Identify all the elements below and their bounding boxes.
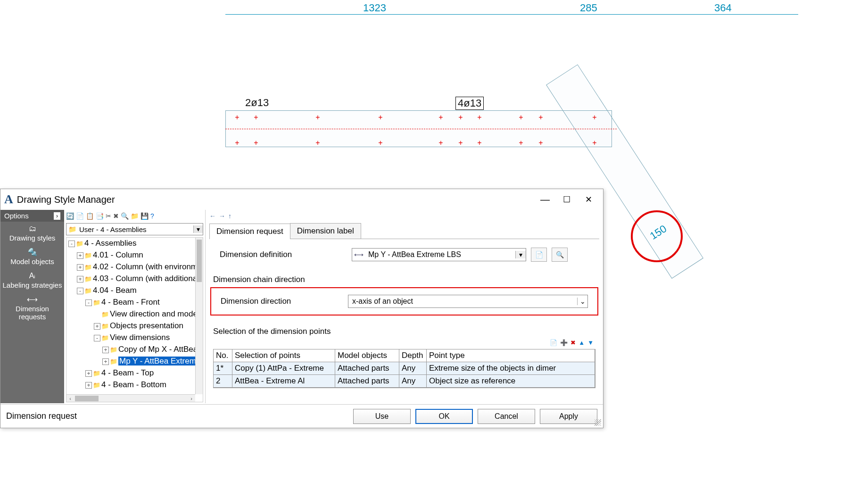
content-panel: ← → ↑ Dimension request Dimension label … [206, 210, 603, 403]
dropdown-icon[interactable]: ▾ [515, 251, 526, 258]
expand-icon[interactable]: + [102, 347, 109, 353]
tool-copy-icon[interactable]: 📋 [86, 212, 94, 220]
expand-icon[interactable]: + [85, 370, 92, 377]
status-text: Dimension request [6, 411, 348, 421]
tbl-del-icon[interactable]: ✖ [570, 339, 576, 346]
node-icon: 📁 [101, 332, 110, 344]
node-icon: 📁 [93, 380, 101, 391]
app-logo-icon: A [4, 192, 13, 207]
tree-node[interactable]: -📁4 - Beam - Front [66, 297, 195, 308]
path-combo[interactable]: 📁 User - 4 - Assemblies ▾ [66, 223, 203, 235]
expand-icon[interactable]: - [77, 288, 83, 294]
tree-node[interactable]: -📁View dimensions [66, 332, 195, 344]
sel-points-header: Selection of the dimension points [213, 327, 603, 336]
node-label: Objects presentation [110, 321, 183, 330]
tool-paste-icon[interactable]: 📑 [96, 212, 104, 220]
tool-filter-icon[interactable]: 📁 [131, 212, 139, 220]
tbl-copy-icon[interactable]: 📄 [550, 339, 557, 346]
table-row[interactable]: 1* Copy (1) AttPa - Extreme Attached par… [214, 362, 595, 375]
tree-node[interactable]: +📁4 - Beam - Bottom [66, 379, 195, 391]
cancel-button[interactable]: Cancel [478, 409, 535, 424]
tree-node[interactable]: +📁4.01 - Column [66, 249, 195, 261]
tree-node[interactable]: +📁Objects presentation [66, 320, 195, 332]
nav-forward-icon[interactable]: → [219, 212, 225, 220]
expand-icon[interactable]: + [85, 382, 92, 389]
sidebar-drawing-styles[interactable]: 🗂 Drawing styles [0, 222, 64, 245]
tree-node[interactable]: 📁View direction and model b [66, 308, 195, 320]
labeling-icon: Aᵢ [2, 271, 62, 280]
content-nav: ← → ↑ [206, 210, 603, 222]
tree-node[interactable]: -📁4.04 - Beam [66, 285, 195, 297]
tab-dimension-label[interactable]: Dimension label [290, 223, 361, 239]
expand-icon[interactable]: + [77, 252, 83, 259]
maximize-button[interactable]: ☐ [556, 192, 578, 207]
dim-def-combo[interactable]: ⟷ Mp Y - AttBea Extreme LBS ▾ [352, 248, 526, 261]
dropdown-icon[interactable]: ▾ [193, 225, 203, 233]
node-icon: 📁 [101, 309, 110, 320]
tbl-down-icon[interactable]: ▼ [587, 339, 594, 346]
apply-button[interactable]: Apply [540, 409, 597, 424]
table-row[interactable]: 2 AttBea - Extreme Al Attached parts Any… [214, 375, 595, 388]
dim-dir-select[interactable]: x-axis of an object ⌄ [348, 295, 588, 308]
expand-icon[interactable]: + [94, 323, 100, 330]
table-header: No. Selection of points Model objects De… [214, 349, 595, 362]
points-table[interactable]: No. Selection of points Model objects De… [213, 349, 595, 388]
expand-icon[interactable]: + [102, 358, 109, 365]
tool-refresh-icon[interactable]: 🔄 [66, 212, 74, 220]
tree-panel: 🔄 📄 📋 📑 ✂ ✖ 🔍 📁 💾 ? 📁 User - 4 - Assembl… [64, 210, 206, 403]
table-toolbar: 📄 ➕ ✖ ▲ ▼ [206, 338, 603, 347]
expand-icon[interactable]: + [77, 264, 83, 271]
expand-icon[interactable]: - [94, 335, 100, 341]
sidebar-labeling-strategies[interactable]: Aᵢ Labeling strategies [0, 268, 64, 292]
use-button[interactable]: Use [353, 409, 411, 424]
left-sidebar: Options › 🗂 Drawing styles 🔩 Model objec… [0, 210, 64, 403]
tbl-add-icon[interactable]: ➕ [560, 339, 568, 346]
sidebar-dimension-requests[interactable]: ⟷ Dimension requests [0, 292, 64, 324]
node-label: 4.02 - Column (with environmn [93, 262, 195, 271]
expand-icon[interactable]: + [77, 276, 83, 282]
tree-node[interactable]: +📁Copy of Mp X - AttBea E [66, 344, 195, 356]
node-icon: 📁 [101, 321, 110, 332]
nav-up-icon[interactable]: ↑ [228, 212, 231, 220]
resize-grip[interactable] [595, 419, 601, 426]
tree-scrollbar-v[interactable] [195, 238, 203, 394]
dim-dir-label: Dimension direction [221, 297, 348, 306]
node-icon: 📁 [110, 344, 118, 356]
node-icon: 📁 [84, 250, 93, 261]
sidebar-model-objects[interactable]: 🔩 Model objects [0, 245, 64, 268]
node-label: Copy of Mp X - AttBea E [118, 345, 195, 354]
tool-help-icon[interactable]: ? [150, 212, 154, 220]
node-icon: 📁 [93, 368, 101, 379]
tool-search-icon[interactable]: 🔍 [121, 212, 129, 220]
tbl-up-icon[interactable]: ▲ [579, 339, 585, 346]
tab-dimension-request[interactable]: Dimension request [209, 224, 290, 239]
tool-cut-icon[interactable]: ✂ [106, 212, 111, 220]
new-def-button[interactable]: 📄 [531, 248, 547, 262]
tree-node[interactable]: +📁Mp Y - AttBea Extreme L [66, 356, 195, 367]
minimize-button[interactable]: — [534, 192, 556, 207]
dim-364: 364 [714, 2, 732, 14]
tree-node[interactable]: +📁4 - Beam - Top [66, 367, 195, 379]
browse-def-button[interactable]: 🔍 [552, 248, 568, 262]
tool-delete-icon[interactable]: ✖ [113, 212, 119, 220]
expand-icon[interactable]: - [68, 241, 75, 247]
tool-export-icon[interactable]: 💾 [141, 212, 149, 220]
nav-back-icon[interactable]: ← [209, 212, 216, 220]
tree-node[interactable]: -📁4 - Assemblies [66, 238, 195, 249]
chain-dir-group-highlighted: Dimension direction x-axis of an object … [210, 287, 598, 316]
tree-node[interactable]: +📁4.03 - Column (with additional [66, 273, 195, 285]
tree-node[interactable]: +📁4.02 - Column (with environmn [66, 261, 195, 273]
label-4o13: 4ø13 [455, 97, 484, 110]
close-button[interactable]: ✕ [578, 192, 599, 207]
node-icon: 📁 [84, 285, 93, 297]
options-header[interactable]: Options › [0, 210, 64, 222]
tree-scrollbar-h[interactable]: ‹› [66, 394, 195, 402]
ok-button[interactable]: OK [415, 409, 473, 424]
node-icon: 📁 [76, 238, 84, 249]
collapse-icon[interactable]: › [54, 212, 60, 220]
node-icon: 📁 [110, 356, 118, 367]
tool-new-icon[interactable]: 📄 [76, 212, 84, 220]
dropdown-icon[interactable]: ⌄ [577, 298, 587, 305]
expand-icon[interactable]: - [85, 299, 92, 306]
tree-view[interactable]: -📁4 - Assemblies+📁4.01 - Column+📁4.02 - … [66, 237, 203, 402]
